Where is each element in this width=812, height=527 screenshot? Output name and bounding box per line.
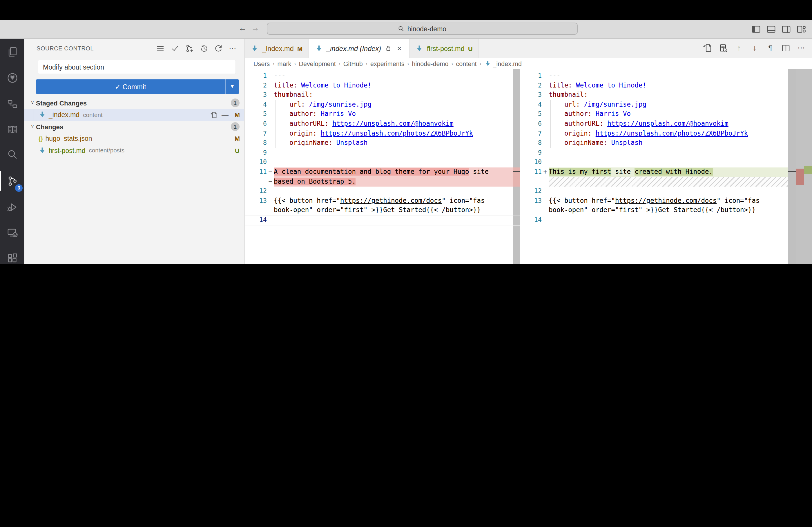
history-icon[interactable] — [200, 44, 208, 53]
breadcrumb-item[interactable]: GitHub — [343, 60, 363, 67]
breadcrumb-item[interactable]: Development — [299, 60, 335, 67]
file-path: content — [83, 112, 103, 118]
breadcrumb-item[interactable]: hinode-demo — [412, 60, 449, 67]
more-icon[interactable]: ⋯ — [229, 44, 237, 53]
commit-button[interactable]: ✓ Commit ▼ — [36, 79, 239, 94]
scm-file-row[interactable]: first-post.mdcontent/postsU — [24, 145, 244, 156]
activity-item-search[interactable] — [0, 141, 24, 167]
diff-editor: 1---2title: Welcome to Hinode!3thumbnail… — [245, 69, 812, 264]
activity-item-docs-book[interactable] — [0, 117, 24, 142]
diff-overview-ruler[interactable] — [796, 69, 812, 264]
code-line[interactable]: 1--- — [522, 71, 788, 81]
line-content: --- — [549, 148, 788, 158]
code-line[interactable]: 12 — [522, 186, 788, 196]
split-editor-icon[interactable] — [781, 43, 791, 53]
layout-customize-icon[interactable] — [796, 24, 806, 34]
layout-sidebar-right-icon[interactable] — [781, 24, 791, 34]
code-line[interactable]: 3thumbnail: — [245, 90, 513, 100]
code-line[interactable]: 10 — [522, 158, 788, 167]
history-back-button[interactable]: ← — [237, 23, 248, 32]
activity-item-explorer[interactable] — [0, 39, 24, 64]
code-line[interactable]: 11+This is my first site created with Hi… — [522, 167, 788, 177]
code-line[interactable]: 5 author: Harris Vo — [522, 110, 788, 119]
git-status-badge: M — [233, 111, 242, 119]
view-as-list-icon[interactable] — [156, 44, 165, 53]
code-line[interactable]: 2title: Welcome to Hinode! — [245, 81, 513, 90]
line-number: 1 — [522, 71, 542, 81]
code-line[interactable] — [522, 177, 788, 186]
code-line[interactable]: 10 — [245, 158, 513, 167]
code-line[interactable]: book-open" order="first" >}}Get Started{… — [522, 206, 788, 215]
open-file-icon[interactable] — [211, 111, 218, 119]
deleted-region-marker — [513, 167, 520, 186]
code-line[interactable]: 14 — [522, 215, 788, 225]
code-line[interactable]: 13{{< button href="https://gethinode.com… — [522, 196, 788, 206]
activity-item-run-debug[interactable] — [0, 194, 24, 220]
diff-marker — [542, 158, 549, 167]
git-status-badge: U — [233, 147, 242, 154]
breadcrumb[interactable]: Users›mark›Development›GitHub›experiment… — [245, 58, 812, 69]
breadcrumb-file[interactable]: _index.md — [484, 60, 522, 67]
code-line[interactable]: 6 authorURL: https://unsplash.com/@hoanv… — [245, 119, 513, 129]
breadcrumb-item[interactable]: Users — [253, 60, 270, 67]
activity-item-connections[interactable] — [0, 91, 24, 117]
activity-item-source-control[interactable]: 3 — [0, 168, 24, 194]
code-line[interactable]: 8 originName: Unsplash — [522, 138, 788, 148]
breadcrumb-item[interactable]: experiments — [370, 60, 405, 67]
code-line[interactable]: 11−A clean documentation and blog theme … — [245, 167, 513, 177]
section-header-staged-changes[interactable]: ˅Staged Changes1 — [24, 97, 244, 109]
scm-file-row[interactable]: _index.mdcontent—M — [24, 109, 244, 121]
more-icon[interactable]: ⋯ — [797, 43, 806, 53]
tab-first-post-md[interactable]: first-post.mdU — [409, 39, 479, 58]
previous-change-icon[interactable]: ↑ — [734, 43, 743, 53]
command-center-search[interactable]: hinode-demo — [267, 22, 578, 35]
commit-check-icon[interactable] — [171, 44, 179, 53]
code-line[interactable]: −based on Bootstrap 5. — [245, 177, 513, 186]
tab--index-md-index-[interactable]: _index.md (Index)× — [309, 39, 409, 58]
commit-dropdown-button[interactable]: ▼ — [225, 79, 239, 94]
layout-sidebar-left-icon[interactable] — [751, 24, 761, 34]
tab--index-md[interactable]: _index.mdM — [245, 39, 309, 58]
section-header-changes[interactable]: ˅Changes1 — [24, 121, 244, 133]
code-line[interactable]: 12 — [245, 186, 513, 196]
markdown-icon — [38, 111, 46, 119]
next-change-icon[interactable]: ↓ — [750, 43, 759, 53]
commit-button-label: Commit — [123, 82, 146, 91]
refresh-icon[interactable] — [214, 44, 223, 53]
code-line[interactable]: 2title: Welcome to Hinode! — [522, 81, 788, 90]
diff-original-pane[interactable]: 1---2title: Welcome to Hinode!3thumbnail… — [245, 69, 513, 264]
render-whitespace-icon[interactable]: ¶ — [766, 43, 775, 53]
activity-item-extensions[interactable] — [0, 245, 24, 264]
open-changes-icon[interactable] — [703, 43, 712, 53]
code-line[interactable]: 5 author: Harris Vo — [245, 110, 513, 119]
right-scrollbar[interactable] — [788, 69, 796, 264]
code-line[interactable]: 6 authorURL: https://unsplash.com/@hoanv… — [522, 119, 788, 129]
code-line[interactable]: 9--- — [245, 148, 513, 158]
code-line[interactable]: 7 origin: https://unsplash.com/photos/ZX… — [245, 129, 513, 138]
unstage-icon[interactable]: — — [221, 111, 229, 119]
diff-modified-pane[interactable]: 1---2title: Welcome to Hinode!3thumbnail… — [522, 69, 788, 264]
commit-message-input[interactable] — [38, 60, 236, 74]
history-forward-button[interactable]: → — [250, 23, 260, 32]
code-line[interactable]: 14 — [245, 215, 513, 225]
open-preview-icon[interactable] — [719, 43, 728, 53]
code-line[interactable]: 4 url: /img/sunrise.jpg — [245, 100, 513, 110]
layout-panel-bottom-icon[interactable] — [766, 24, 776, 34]
close-icon[interactable]: × — [395, 45, 403, 52]
code-line[interactable]: 9--- — [522, 148, 788, 158]
extensions-icon — [7, 252, 18, 264]
breadcrumb-item[interactable]: content — [456, 60, 477, 67]
code-line[interactable]: 4 url: /img/sunrise.jpg — [522, 100, 788, 110]
create-branch-icon[interactable] — [185, 44, 194, 53]
left-scrollbar[interactable] — [513, 69, 520, 264]
breadcrumb-item[interactable]: mark — [277, 60, 291, 67]
code-line[interactable]: 1--- — [245, 71, 513, 81]
activity-item-remote-explorer[interactable] — [0, 220, 24, 245]
code-line[interactable]: 13{{< button href="https://gethinode.com… — [245, 196, 513, 206]
scm-file-row[interactable]: {}hugo_stats.jsonM — [24, 133, 244, 145]
code-line[interactable]: 7 origin: https://unsplash.com/photos/ZX… — [522, 129, 788, 138]
code-line[interactable]: 8 originName: Unsplash — [245, 138, 513, 148]
code-line[interactable]: 3thumbnail: — [522, 90, 788, 100]
activity-item-github[interactable] — [0, 65, 24, 90]
code-line[interactable]: book-open" order="first" >}}Get Started{… — [245, 206, 513, 215]
